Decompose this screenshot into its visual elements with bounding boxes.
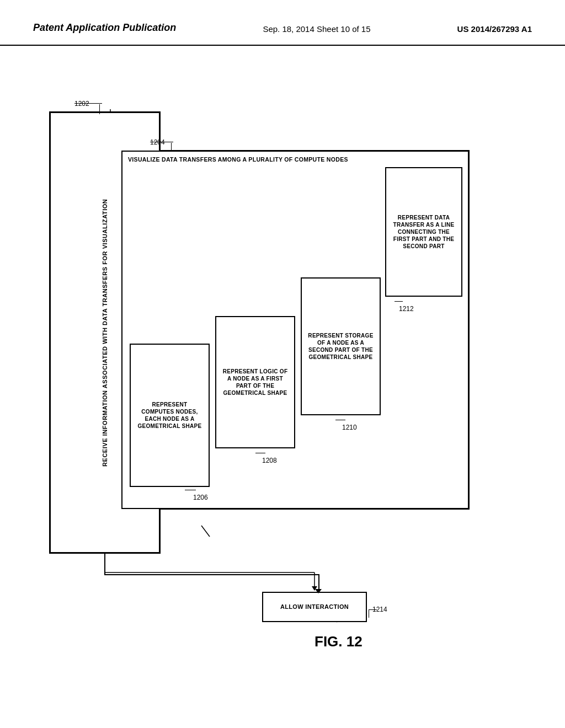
ref-1210: 1210: [342, 424, 357, 431]
ref-line-1202: [74, 103, 102, 104]
svg-line-8: [201, 526, 210, 537]
diagram-area: RECEIVE INFORMATION ASSOCIATED WITH DATA…: [0, 46, 565, 697]
box-1206: REPRESENT COMPUTES NODES, EACH NODE AS A…: [130, 344, 210, 487]
connector-v1: [104, 553, 105, 575]
ref-vline-1214: [369, 609, 369, 618]
ref-line-1208: [255, 453, 265, 453]
publication-date-sheet: Sep. 18, 2014 Sheet 10 of 15: [263, 22, 370, 34]
ref-arrow-1202: [99, 104, 100, 114]
ref-1204: 1204: [150, 138, 165, 146]
box-1214: ALLOW INTERACTION: [262, 592, 367, 622]
fig-label: FIG. 12: [315, 633, 363, 650]
arrow-head-1214: [315, 589, 322, 593]
ref-line-1210: [335, 420, 345, 420]
ref-line-1204: [150, 142, 173, 142]
ref-1212: 1212: [399, 305, 414, 313]
box-1208: REPRESENT LOGIC OF A NODE AS A FIRST PAR…: [215, 316, 295, 448]
ref-line-1212: [395, 301, 403, 302]
ref-line-1206: [185, 490, 196, 490]
ref-hline-1214: [369, 609, 377, 610]
ref-1208: 1208: [262, 457, 277, 464]
page-header: Patent Application Publication Sep. 18, …: [0, 0, 565, 46]
flowchart: RECEIVE INFORMATION ASSOCIATED WITH DATA…: [44, 79, 497, 658]
publication-title: Patent Application Publication: [33, 22, 176, 34]
ref-1202: 1202: [74, 100, 89, 108]
box-1212: REPRESENT DATA TRANSFER AS A LINE CONNEC…: [385, 167, 462, 297]
ref-1206: 1206: [193, 494, 208, 501]
publication-number: US 2014/267293 A1: [457, 22, 532, 34]
box-1210: REPRESENT STORAGE OF A NODE AS A SECOND …: [301, 277, 381, 415]
connector-h1: [104, 574, 319, 575]
ref-arrow-1204: [171, 143, 172, 152]
